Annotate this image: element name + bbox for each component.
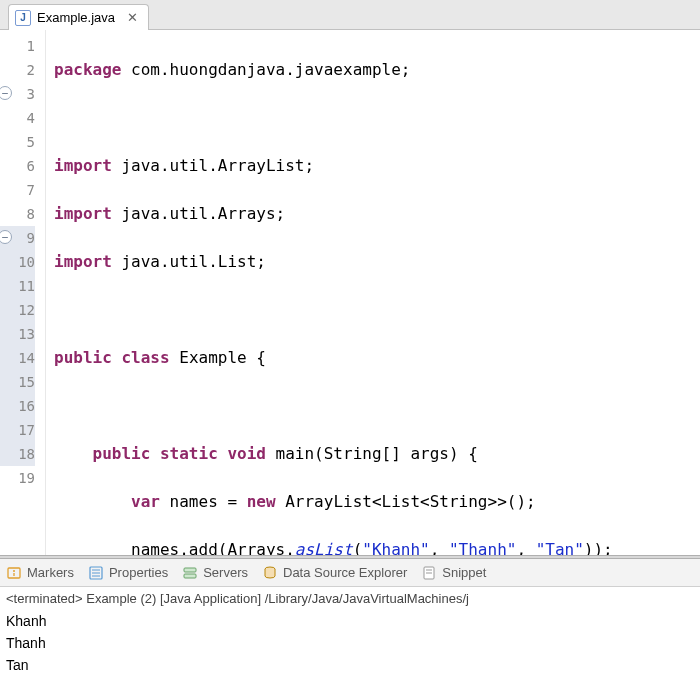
gutter-line: 13 <box>0 322 35 346</box>
gutter-line: 4 <box>0 106 35 130</box>
markers-icon <box>6 565 22 581</box>
tab-properties[interactable]: Properties <box>88 565 168 581</box>
servers-icon <box>182 565 198 581</box>
tab-servers[interactable]: Servers <box>182 565 248 581</box>
tab-filename: Example.java <box>37 10 115 25</box>
editor-container: J Example.java ✕ 1 2 −3 4 5 6 7 8 −9 10 … <box>0 0 700 555</box>
gutter-line: 12 <box>0 298 35 322</box>
view-tab-label: Snippet <box>442 565 486 580</box>
console-output[interactable]: Khanh Thanh Tan <box>6 610 694 676</box>
data-source-explorer-icon <box>262 565 278 581</box>
svg-rect-7 <box>184 568 196 572</box>
gutter-line: −9 <box>0 226 35 250</box>
gutter-line: −3 <box>0 82 35 106</box>
fold-collapse-icon[interactable]: − <box>0 230 12 244</box>
svg-rect-8 <box>184 574 196 578</box>
console-line: Khanh <box>6 610 694 632</box>
console-panel: <terminated> Example (2) [Java Applicati… <box>0 587 700 680</box>
console-line: Thanh <box>6 632 694 654</box>
code-body[interactable]: package com.huongdanjava.javaexample; im… <box>46 30 700 555</box>
properties-icon <box>88 565 104 581</box>
tab-bar: J Example.java ✕ <box>0 0 700 30</box>
console-line: Tan <box>6 654 694 676</box>
snippets-icon <box>421 565 437 581</box>
gutter-line: 5 <box>0 130 35 154</box>
tab-snippets[interactable]: Snippet <box>421 565 486 581</box>
view-tab-label: Markers <box>27 565 74 580</box>
gutter-line: 2 <box>0 58 35 82</box>
close-icon[interactable]: ✕ <box>127 10 138 25</box>
gutter-line: 15 <box>0 370 35 394</box>
gutter-line: 16 <box>0 394 35 418</box>
gutter-line: 17 <box>0 418 35 442</box>
fold-collapse-icon[interactable]: − <box>0 86 12 100</box>
gutter-line: 14 <box>0 346 35 370</box>
gutter-line: 6 <box>0 154 35 178</box>
view-tab-label: Servers <box>203 565 248 580</box>
gutter-line: 1 <box>0 34 35 58</box>
console-status-line: <terminated> Example (2) [Java Applicati… <box>6 591 694 606</box>
file-tab-example-java[interactable]: J Example.java ✕ <box>8 4 149 30</box>
view-tab-label: Data Source Explorer <box>283 565 407 580</box>
line-gutter: 1 2 −3 4 5 6 7 8 −9 10 11 12 13 14 15 16… <box>0 30 46 555</box>
java-file-icon: J <box>15 10 31 26</box>
gutter-line: 7 <box>0 178 35 202</box>
svg-point-1 <box>13 570 15 572</box>
gutter-line: 19 <box>0 466 35 490</box>
gutter-line: 18 <box>0 442 35 466</box>
code-editor[interactable]: 1 2 −3 4 5 6 7 8 −9 10 11 12 13 14 15 16… <box>0 30 700 555</box>
view-tab-label: Properties <box>109 565 168 580</box>
tab-data-source-explorer[interactable]: Data Source Explorer <box>262 565 407 581</box>
gutter-line: 10 <box>0 250 35 274</box>
views-tab-bar: Markers Properties Servers Data Source E… <box>0 559 700 587</box>
tab-markers[interactable]: Markers <box>6 565 74 581</box>
gutter-line: 8 <box>0 202 35 226</box>
gutter-line: 11 <box>0 274 35 298</box>
